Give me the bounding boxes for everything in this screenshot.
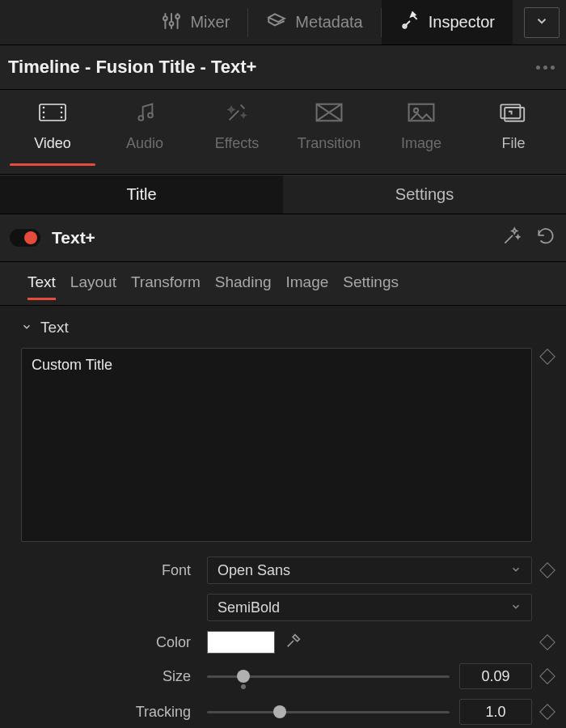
file-icon (499, 101, 528, 127)
subtab-text[interactable]: Text (27, 273, 56, 300)
category-label: Audio (126, 135, 163, 152)
audio-icon (130, 101, 159, 127)
image-icon (407, 101, 436, 127)
subtab-transform[interactable]: Transform (131, 273, 201, 300)
svg-point-7 (44, 117, 44, 118)
svg-point-15 (414, 108, 418, 112)
category-effects[interactable]: Effects (191, 90, 283, 174)
effect-enable-toggle[interactable] (10, 229, 40, 247)
subtab-image[interactable]: Image (286, 273, 329, 300)
svg-point-0 (163, 16, 167, 20)
keyframe-diamond[interactable] (539, 634, 555, 650)
svg-point-6 (44, 112, 44, 113)
font-label: Font (0, 562, 197, 579)
size-field[interactable] (459, 663, 532, 689)
font-weight-dropdown[interactable]: SemiBold (207, 594, 532, 621)
transition-icon (315, 101, 344, 127)
svg-point-10 (61, 117, 62, 118)
section-text-label: Text (40, 319, 69, 336)
metadata-label: Metadata (295, 13, 362, 32)
font-family-dropdown[interactable]: Open Sans (207, 557, 532, 584)
inspector-label: Inspector (429, 13, 495, 32)
category-label: Transition (298, 135, 361, 152)
tracking-field[interactable] (459, 699, 532, 725)
svg-point-9 (61, 112, 62, 113)
tab-settings[interactable]: Settings (283, 176, 566, 214)
eyedropper-icon[interactable] (285, 632, 302, 653)
category-file[interactable]: File (467, 90, 560, 174)
category-label: Effects (215, 135, 260, 152)
effects-icon (222, 101, 251, 127)
tab-title[interactable]: Title (0, 176, 283, 214)
subtab-layout[interactable]: Layout (70, 273, 116, 300)
keyframe-diamond[interactable] (539, 704, 555, 720)
metadata-icon (266, 11, 287, 35)
color-swatch[interactable] (207, 631, 275, 654)
svg-point-12 (148, 113, 153, 118)
mixer-label: Mixer (190, 13, 230, 32)
mixer-icon (161, 11, 182, 35)
magic-wand-icon[interactable] (501, 226, 522, 250)
color-label: Color (0, 634, 197, 651)
size-label: Size (0, 668, 197, 685)
section-text-header[interactable]: Text (0, 306, 566, 345)
category-label: Image (401, 135, 441, 152)
inspector-tab[interactable]: Inspector (382, 0, 513, 44)
keyframe-diamond[interactable] (539, 668, 555, 684)
font-family-value: Open Sans (218, 562, 290, 579)
svg-point-11 (138, 116, 143, 121)
font-weight-value: SemiBold (218, 599, 280, 616)
category-audio[interactable]: Audio (99, 90, 191, 174)
svg-point-1 (170, 21, 174, 25)
chevron-down-icon (534, 14, 549, 32)
reset-icon[interactable] (535, 226, 556, 250)
svg-rect-17 (505, 108, 524, 121)
chevron-down-icon (510, 562, 522, 579)
keyframe-diamond[interactable] (539, 349, 555, 365)
subtab-shading[interactable]: Shading (215, 273, 272, 300)
metadata-tab[interactable]: Metadata (248, 0, 380, 44)
svg-point-2 (176, 15, 180, 19)
subtab-settings[interactable]: Settings (343, 273, 399, 300)
clip-title: Timeline - Fusion Title - Text+ (8, 57, 256, 78)
chevron-down-icon (510, 599, 522, 616)
category-transition[interactable]: Transition (283, 90, 375, 174)
category-image[interactable]: Image (375, 90, 467, 174)
effect-name: Text+ (52, 228, 95, 248)
toolbar-dropdown[interactable] (524, 7, 560, 38)
video-icon (38, 101, 67, 127)
more-menu[interactable] (536, 66, 555, 70)
tracking-label: Tracking (0, 704, 197, 721)
svg-point-5 (44, 108, 44, 108)
tracking-slider[interactable] (207, 702, 450, 722)
chevron-down-icon (21, 319, 32, 336)
mixer-tab[interactable]: Mixer (143, 0, 247, 44)
inspector-icon (399, 11, 420, 35)
size-slider[interactable] (207, 667, 450, 686)
category-label: File (501, 135, 525, 152)
svg-point-8 (61, 108, 62, 108)
keyframe-diamond[interactable] (539, 562, 555, 578)
category-label: Video (34, 135, 71, 152)
text-input[interactable] (21, 348, 532, 542)
category-video[interactable]: Video (6, 90, 99, 174)
